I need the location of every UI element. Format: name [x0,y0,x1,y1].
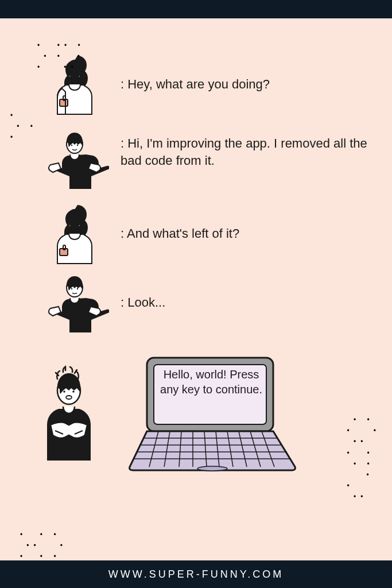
svg-point-19 [66,396,72,399]
character-bearded-man [40,199,109,268]
footer-bar: WWW.SUPER-FUNNY.COM [0,560,392,588]
dialogue-row: : Hey, what are you doing? [40,50,369,119]
punchline-row: Hello, world! Press any key to continue. [23,354,392,475]
decorative-dots: • • • • [10,110,37,144]
svg-point-9 [71,220,72,222]
dialogue-text: : Look... [121,294,369,311]
decorative-dots: • • • • •• • • • • • • •• [347,415,381,503]
svg-point-7 [77,145,78,146]
footer-url: WWW.SUPER-FUNNY.COM [108,568,284,581]
svg-point-15 [77,288,78,289]
svg-point-6 [71,145,72,146]
character-shrugging-man [40,125,109,194]
laptop-icon: Hello, world! Press any key to continue. [126,354,298,475]
svg-point-14 [71,288,72,289]
laptop-screen-text: Hello, world! Press any key to continue. [160,367,263,397]
character-shrugging-man [40,268,109,337]
dialogue-row: : And what's left of it? [40,199,369,268]
svg-point-37 [197,466,227,471]
comic-content: • •• • • • • • •• • • • • • • • • •• • •… [0,18,392,560]
character-crossed-arms [23,363,115,466]
decorative-dots: • • • •• • • • • [20,529,67,563]
dialogue-row: : Look... [40,268,369,337]
decorative-dots: • •• • • • • • •• [37,40,85,74]
svg-point-17 [63,390,65,393]
svg-point-18 [72,390,75,393]
top-bar [0,0,392,18]
dialogue-text: : And what's left of it? [121,225,369,242]
svg-point-10 [77,220,78,222]
dialogue-text: : Hi, I'm improving the app. I removed a… [121,125,369,169]
dialogue-text: : Hey, what are you doing? [121,76,369,93]
dialogue-row: : Hi, I'm improving the app. I removed a… [40,125,369,194]
